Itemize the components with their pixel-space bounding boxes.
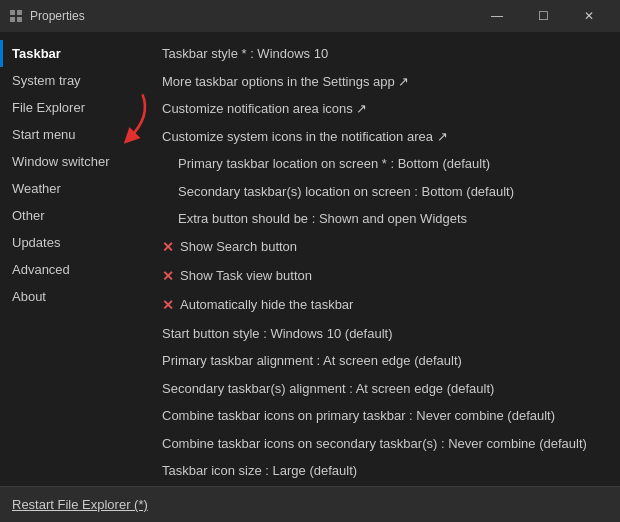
sidebar-item-advanced[interactable]: Advanced bbox=[0, 256, 150, 283]
sidebar-item-updates[interactable]: Updates bbox=[0, 229, 150, 256]
x-mark-task-view: ✕ bbox=[162, 266, 174, 287]
sidebar-item-taskbar[interactable]: Taskbar bbox=[0, 40, 150, 67]
x-mark-search: ✕ bbox=[162, 237, 174, 258]
content-item-auto-hide[interactable]: ✕ Automatically hide the taskbar bbox=[162, 291, 604, 320]
sidebar-item-file-explorer[interactable]: File Explorer bbox=[0, 94, 150, 121]
content-item-primary-location[interactable]: Primary taskbar location on screen * : B… bbox=[162, 150, 604, 178]
content-item-more-options[interactable]: More taskbar options in the Settings app… bbox=[162, 68, 604, 96]
content-item-extra-button[interactable]: Extra button should be : Shown and open … bbox=[162, 205, 604, 233]
svg-rect-0 bbox=[10, 10, 15, 15]
bottom-bar: Restart File Explorer (*) bbox=[0, 486, 620, 522]
content-item-combine-secondary[interactable]: Combine taskbar icons on secondary taskb… bbox=[162, 430, 604, 458]
auto-hide-label: Automatically hide the taskbar bbox=[180, 295, 353, 315]
content-item-combine-primary[interactable]: Combine taskbar icons on primary taskbar… bbox=[162, 402, 604, 430]
title-bar: Properties — ☐ ✕ bbox=[0, 0, 620, 32]
restart-file-explorer-link[interactable]: Restart File Explorer (*) bbox=[12, 497, 148, 512]
sidebar-item-start-menu[interactable]: Start menu bbox=[0, 121, 150, 148]
app-icon bbox=[8, 8, 24, 24]
close-button[interactable]: ✕ bbox=[566, 0, 612, 32]
window-title: Properties bbox=[30, 9, 474, 23]
sidebar-item-about[interactable]: About bbox=[0, 283, 150, 310]
content-item-show-task-view[interactable]: ✕ Show Task view button bbox=[162, 262, 604, 291]
svg-rect-1 bbox=[17, 10, 22, 15]
content-item-secondary-location[interactable]: Secondary taskbar(s) location on screen … bbox=[162, 178, 604, 206]
content-item-taskbar-style[interactable]: Taskbar style * : Windows 10 bbox=[162, 40, 604, 68]
content-item-primary-alignment[interactable]: Primary taskbar alignment : At screen ed… bbox=[162, 347, 604, 375]
content-item-start-btn-style[interactable]: Start button style : Windows 10 (default… bbox=[162, 320, 604, 348]
show-task-view-label: Show Task view button bbox=[180, 266, 312, 286]
minimize-button[interactable]: — bbox=[474, 0, 520, 32]
content-item-icon-size[interactable]: Taskbar icon size : Large (default) bbox=[162, 457, 604, 485]
content-item-customize-notif[interactable]: Customize notification area icons ↗ bbox=[162, 95, 604, 123]
sidebar-item-system-tray[interactable]: System tray bbox=[0, 67, 150, 94]
window-controls: — ☐ ✕ bbox=[474, 0, 612, 32]
main-content: Taskbar System tray File Explorer Start … bbox=[0, 32, 620, 486]
x-mark-auto-hide: ✕ bbox=[162, 295, 174, 316]
svg-rect-3 bbox=[17, 17, 22, 22]
svg-rect-2 bbox=[10, 17, 15, 22]
sidebar-item-window-switcher[interactable]: Window switcher bbox=[0, 148, 150, 175]
sidebar-item-other[interactable]: Other bbox=[0, 202, 150, 229]
show-search-label: Show Search button bbox=[180, 237, 297, 257]
content-area: Taskbar style * : Windows 10 More taskba… bbox=[150, 32, 620, 486]
maximize-button[interactable]: ☐ bbox=[520, 0, 566, 32]
content-item-show-search[interactable]: ✕ Show Search button bbox=[162, 233, 604, 262]
content-item-secondary-alignment[interactable]: Secondary taskbar(s) alignment : At scre… bbox=[162, 375, 604, 403]
sidebar: Taskbar System tray File Explorer Start … bbox=[0, 32, 150, 486]
content-item-customize-sys-icons[interactable]: Customize system icons in the notificati… bbox=[162, 123, 604, 151]
sidebar-item-weather[interactable]: Weather bbox=[0, 175, 150, 202]
